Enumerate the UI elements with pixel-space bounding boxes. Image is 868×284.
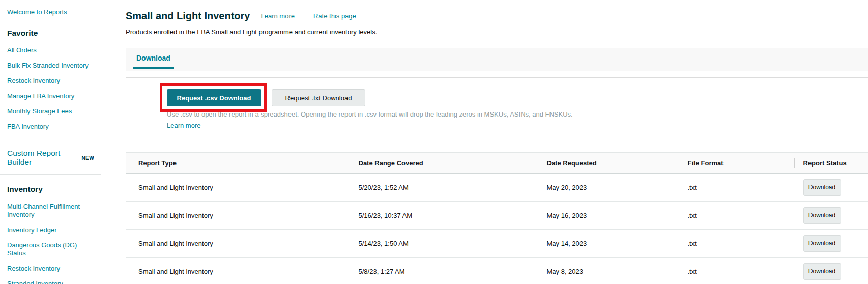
cell-date-requested: May 14, 2023 — [538, 230, 679, 258]
cell-report-type: Small and Light Inventory — [126, 174, 350, 202]
page-subtitle: Products enrolled in the FBA Small and L… — [126, 28, 868, 36]
header-link-divider — [303, 11, 303, 21]
sidebar-item-dangerous-goods-status[interactable]: Dangerous Goods (DG) Status — [7, 241, 94, 258]
sidebar-divider — [0, 138, 101, 138]
cell-report-type: Small and Light Inventory — [126, 202, 350, 230]
reports-table: Report Type Date Range Covered Date Requ… — [126, 152, 868, 284]
request-csv-download-button[interactable]: Request .csv Download — [167, 89, 261, 106]
cell-date-range: 5/20/23, 1:52 AM — [350, 174, 538, 202]
request-txt-download-button[interactable]: Request .txt Download — [272, 89, 365, 106]
cell-date-requested: May 8, 2023 — [538, 258, 679, 284]
download-report-button[interactable]: Download — [803, 207, 841, 224]
rate-this-page-link[interactable]: Rate this page — [313, 12, 356, 20]
cell-date-range: 5/8/23, 1:27 AM — [350, 258, 538, 284]
cell-date-requested: May 20, 2023 — [538, 174, 679, 202]
cell-report-type: Small and Light Inventory — [126, 230, 350, 258]
cell-date-requested: May 16, 2023 — [538, 202, 679, 230]
tab-bar: Download — [126, 48, 868, 71]
table-row: Small and Light Inventory 5/8/23, 1:27 A… — [126, 258, 868, 284]
download-report-button[interactable]: Download — [803, 235, 841, 252]
sidebar-item-fba-inventory[interactable]: FBA Inventory — [7, 123, 94, 131]
main-content: Small and Light Inventory Learn more Rat… — [101, 0, 868, 284]
cell-file-format: .txt — [679, 230, 794, 258]
reports-page: Welcome to Reports Favorite All Orders B… — [0, 0, 868, 284]
column-header-date-range-covered: Date Range Covered — [350, 153, 538, 174]
sidebar-item-all-orders[interactable]: All Orders — [7, 46, 94, 54]
table-row: Small and Light Inventory 5/14/23, 1:50 … — [126, 230, 868, 258]
page-header: Small and Light Inventory Learn more Rat… — [126, 10, 868, 22]
sidebar-item-bulk-fix-stranded-inventory[interactable]: Bulk Fix Stranded Inventory — [7, 62, 94, 70]
cell-date-range: 5/14/23, 1:50 AM — [350, 230, 538, 258]
column-header-date-requested: Date Requested — [538, 153, 679, 174]
sidebar-divider — [0, 174, 101, 175]
request-download-panel: Request .csv Download Request .txt Downl… — [126, 77, 868, 140]
table-header-row: Report Type Date Range Covered Date Requ… — [126, 153, 868, 174]
sidebar-heading-favorite: Favorite — [7, 29, 94, 38]
sidebar-item-custom-report-builder[interactable]: Custom Report Builder — [7, 149, 77, 167]
download-report-button[interactable]: Download — [803, 179, 841, 196]
sidebar-item-restock-inventory[interactable]: Restock Inventory — [7, 77, 94, 85]
cell-date-range: 5/16/23, 10:37 AM — [350, 202, 538, 230]
csv-format-note: Use .csv to open the report in a spreads… — [167, 110, 727, 118]
cell-report-type: Small and Light Inventory — [126, 258, 350, 284]
sidebar-item-inventory-ledger[interactable]: Inventory Ledger — [7, 226, 94, 234]
reports-sidebar: Welcome to Reports Favorite All Orders B… — [0, 0, 101, 284]
sidebar-item-welcome-to-reports[interactable]: Welcome to Reports — [7, 8, 94, 16]
page-title: Small and Light Inventory — [126, 10, 250, 22]
table-row: Small and Light Inventory 5/16/23, 10:37… — [126, 202, 868, 230]
sidebar-heading-inventory: Inventory — [7, 185, 94, 194]
table-row: Small and Light Inventory 5/20/23, 1:52 … — [126, 174, 868, 202]
column-header-file-format: File Format — [679, 153, 794, 174]
sidebar-item-restock-inventory-2[interactable]: Restock Inventory — [7, 265, 94, 273]
sidebar-item-stranded-inventory[interactable]: Stranded Inventory — [7, 280, 94, 284]
sidebar-item-manage-fba-inventory[interactable]: Manage FBA Inventory — [7, 92, 94, 100]
sidebar-item-multi-channel-fulfillment-inventory[interactable]: Multi-Channel Fulfillment Inventory — [7, 203, 94, 219]
tab-download[interactable]: Download — [133, 48, 174, 69]
download-report-button[interactable]: Download — [803, 263, 841, 280]
cell-file-format: .txt — [679, 258, 794, 284]
column-header-report-status: Report Status — [794, 153, 868, 174]
sidebar-item-monthly-storage-fees[interactable]: Monthly Storage Fees — [7, 107, 94, 116]
new-badge: NEW — [81, 155, 94, 161]
panel-learn-more-link[interactable]: Learn more — [167, 122, 200, 129]
cell-file-format: .txt — [679, 174, 794, 202]
cell-file-format: .txt — [679, 202, 794, 230]
learn-more-link[interactable]: Learn more — [261, 12, 294, 20]
column-header-report-type: Report Type — [126, 153, 350, 174]
